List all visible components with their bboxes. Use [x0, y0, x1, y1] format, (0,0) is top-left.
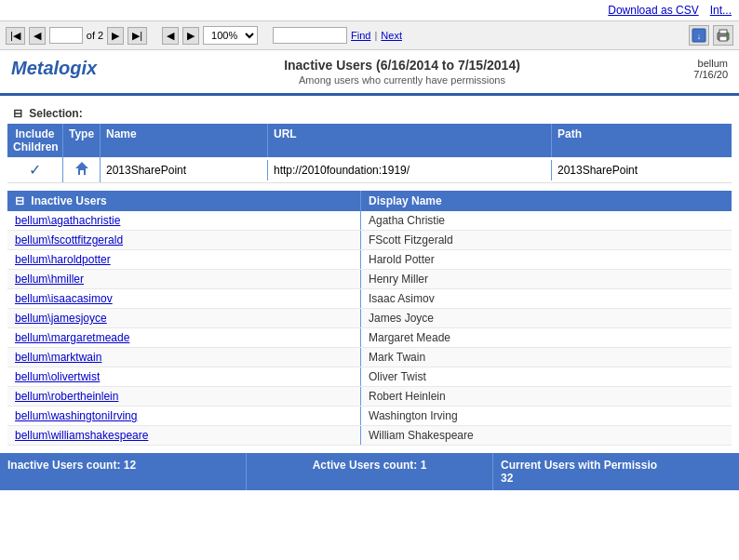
user-row: bellum\robertheinlein Robert Heinlein	[7, 387, 732, 407]
user-display-name: James Joyce	[361, 309, 732, 327]
page-input[interactable]: 1	[49, 27, 83, 44]
user-row: bellum\marktwain Mark Twain	[7, 348, 732, 367]
zoom-select[interactable]: 100% 75% 125% 150%	[203, 26, 258, 45]
logo: Metalogix	[11, 58, 151, 79]
user-login: bellum\agathachristie	[7, 211, 361, 230]
user-row: bellum\williamshakespeare William Shakes…	[7, 426, 732, 446]
header-center: Inactive Users (6/16/2014 to 7/15/2014) …	[151, 58, 653, 86]
home-icon	[74, 161, 89, 176]
user-login: bellum\williamshakespeare	[7, 426, 361, 445]
user-login: bellum\olivertwist	[7, 367, 361, 386]
user-login-link[interactable]: bellum\jamesjoyce	[15, 312, 107, 325]
col-name-header: Name	[101, 124, 268, 157]
user-display-name: Washington Irving	[361, 407, 732, 425]
export-icon[interactable]: ↓	[689, 25, 709, 46]
svg-marker-6	[75, 162, 88, 175]
selection-type-icon	[63, 157, 101, 182]
user-login: bellum\jamesjoyce	[7, 309, 361, 327]
user-login: bellum\marktwain	[7, 348, 361, 367]
selection-path: 2013SharePoint	[552, 160, 732, 180]
top-bar: Download as CSV Int...	[0, 0, 739, 21]
user-login-link[interactable]: bellum\williamshakespeare	[15, 429, 148, 442]
user-display-name: Harold Potter	[361, 250, 732, 269]
inactive-users-header: ⊟ Inactive Users Display Name	[7, 191, 732, 211]
user-display-name: Mark Twain	[361, 348, 732, 367]
user-display-name: Robert Heinlein	[361, 387, 732, 406]
selection-label: Selection:	[29, 107, 82, 120]
user-login-link[interactable]: bellum\washingtoniIrving	[15, 409, 137, 422]
svg-rect-3	[719, 30, 727, 33]
svg-rect-4	[719, 36, 727, 41]
svg-point-5	[726, 33, 728, 35]
selection-name: 2013SharePoint	[101, 160, 268, 180]
selection-header[interactable]: ⊟ Selection:	[7, 103, 732, 124]
user-display-name: Agatha Christie	[361, 211, 732, 230]
inactive-toggle[interactable]: ⊟	[15, 194, 24, 207]
user-login: bellum\fscottfitzgerald	[7, 231, 361, 249]
inactive-users-label: ⊟ Inactive Users	[7, 191, 361, 211]
user-row: bellum\agathachristie Agatha Christie	[7, 211, 732, 231]
active-count: Active Users count: 1	[247, 453, 493, 490]
selection-url: http://2010foundation:1919/	[268, 160, 552, 180]
user-login-link[interactable]: bellum\isaacasimov	[15, 292, 113, 305]
user-login-link[interactable]: bellum\fscottfitzgerald	[15, 233, 123, 247]
svg-text:↓: ↓	[697, 32, 702, 41]
selection-data-row: ✓ 2013SharePoint http://2010foundation:1…	[7, 157, 732, 183]
user-login-link[interactable]: bellum\hmiller	[15, 273, 84, 286]
download-csv-link[interactable]: Download as CSV	[608, 4, 698, 17]
toggle-icon: ⊟	[13, 107, 22, 120]
user-display-name: Henry Miller	[361, 270, 732, 288]
find-label[interactable]: Find	[351, 30, 370, 41]
header-user: bellum 7/16/20	[653, 58, 728, 80]
user-row: bellum\washingtoniIrving Washington Irvi…	[7, 407, 732, 426]
user-row: bellum\margaretmeade Margaret Meade	[7, 328, 732, 348]
user-login: bellum\haroldpotter	[7, 250, 361, 269]
user-row: bellum\jamesjoyce James Joyce	[7, 309, 732, 328]
separator: |	[374, 30, 377, 41]
user-login-link[interactable]: bellum\marktwain	[15, 351, 101, 364]
user-display-name: Isaac Asimov	[361, 289, 732, 308]
int-link[interactable]: Int...	[710, 4, 732, 17]
report-title: Inactive Users (6/16/2014 to 7/15/2014)	[151, 58, 653, 73]
selection-column-headers: Include Children Type Name URL Path	[7, 124, 732, 157]
forward-button[interactable]: ▶	[182, 27, 199, 45]
next-page-button[interactable]: ▶	[107, 27, 124, 45]
user-login: bellum\washingtoniIrving	[7, 407, 361, 425]
user-login-link[interactable]: bellum\haroldpotter	[15, 253, 111, 266]
col-url-header: URL	[268, 124, 552, 157]
page-total: of 2	[87, 30, 103, 41]
first-page-button[interactable]: |◀	[6, 27, 25, 45]
user-login: bellum\margaretmeade	[7, 328, 361, 347]
user-row: bellum\fscottfitzgerald FScott Fitzgeral…	[7, 231, 732, 250]
back-button[interactable]: ◀	[162, 27, 179, 45]
main-content: ⊟ Selection: Include Children Type Name …	[0, 96, 739, 453]
user-row: bellum\olivertwist Oliver Twist	[7, 367, 732, 387]
user-display-name: Margaret Meade	[361, 328, 732, 347]
toolbar: |◀ ◀ 1 of 2 ▶ ▶| ◀ ▶ 100% 75% 125% 150% …	[0, 21, 739, 50]
user-row: bellum\hmiller Henry Miller	[7, 270, 732, 289]
user-display-name: Oliver Twist	[361, 367, 732, 386]
user-login: bellum\isaacasimov	[7, 289, 361, 308]
display-name-header: Display Name	[361, 191, 732, 211]
print-icon[interactable]	[713, 25, 733, 46]
footer-bar: Inactive Users count: 12 Active Users co…	[0, 453, 739, 490]
user-login-link[interactable]: bellum\agathachristie	[15, 214, 120, 227]
find-input[interactable]	[273, 27, 347, 44]
col-type-header: Type	[63, 124, 101, 157]
user-login: bellum\hmiller	[7, 270, 361, 288]
user-login-link[interactable]: bellum\margaretmeade	[15, 331, 129, 344]
report-subtitle: Among users who currently have permissio…	[151, 74, 653, 86]
prev-page-button[interactable]: ◀	[29, 27, 46, 45]
username: bellum	[653, 58, 728, 69]
user-login-link[interactable]: bellum\olivertwist	[15, 370, 100, 383]
col-include-header: Include Children	[7, 124, 63, 157]
user-display-name: William Shakespeare	[361, 426, 732, 445]
next-label[interactable]: Next	[381, 30, 402, 41]
user-row: bellum\haroldpotter Harold Potter	[7, 250, 732, 270]
last-page-button[interactable]: ▶|	[128, 27, 147, 45]
user-display-name: FScott Fitzgerald	[361, 231, 732, 249]
current-users: Current Users with Permissio 32	[493, 453, 739, 490]
user-login: bellum\robertheinlein	[7, 387, 361, 406]
header-date: 7/16/20	[653, 69, 728, 80]
user-login-link[interactable]: bellum\robertheinlein	[15, 390, 118, 403]
